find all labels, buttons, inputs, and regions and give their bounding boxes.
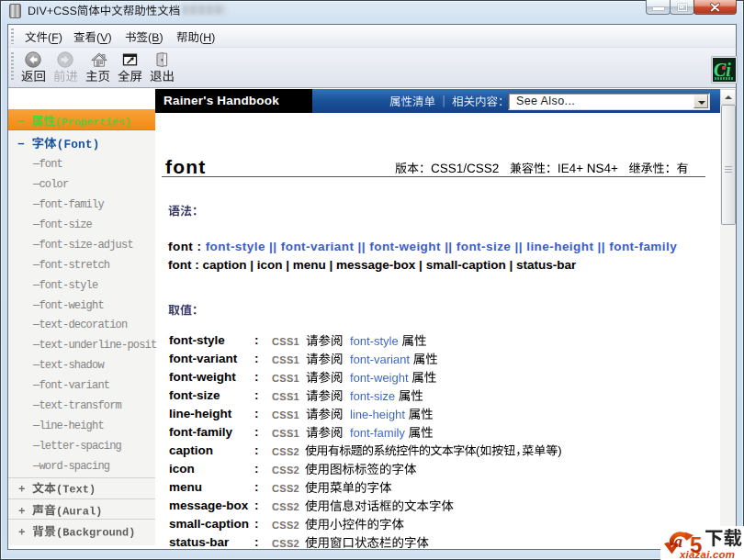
svg-text:a: a — [674, 532, 682, 551]
